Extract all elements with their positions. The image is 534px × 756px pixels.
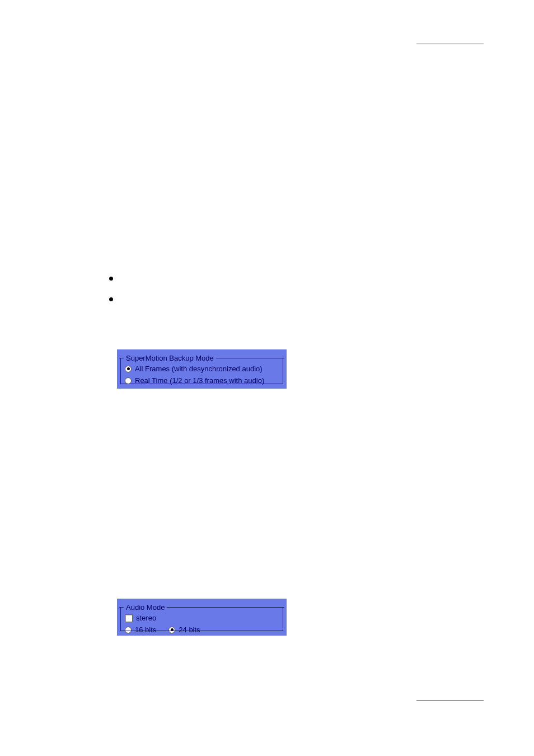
radio-icon[interactable]: [125, 377, 132, 384]
audio-bits24-option[interactable]: 24 bits: [168, 626, 200, 634]
radio-icon[interactable]: [125, 627, 132, 633]
radio-icon[interactable]: [168, 627, 175, 633]
bullet-icon: [109, 277, 113, 281]
radio-icon[interactable]: [125, 366, 132, 372]
audio-stereo-checkbox[interactable]: stereo: [125, 614, 281, 622]
document-page: SuperMotion Backup Mode All Frames (with…: [0, 0, 534, 756]
bullet-icon: [109, 297, 113, 301]
supermotion-legend: SuperMotion Backup Mode: [126, 354, 214, 362]
option-label: 24 bits: [179, 626, 200, 634]
audio-groupbox: Audio Mode stereo 16 bits: [117, 599, 287, 636]
checkbox-label: stereo: [136, 614, 156, 622]
option-label: All Frames (with desynchronized audio): [135, 365, 263, 373]
supermotion-groupbox: SuperMotion Backup Mode All Frames (with…: [117, 349, 287, 389]
header-underline: [416, 44, 484, 44]
audio-legend: Audio Mode: [126, 603, 165, 612]
option-label: 16 bits: [135, 626, 156, 634]
checkbox-icon[interactable]: [125, 614, 133, 622]
footer-underline: [416, 701, 484, 701]
audio-bits16-option[interactable]: 16 bits: [125, 626, 156, 634]
bullet-list: [109, 277, 113, 318]
supermotion-option-allframes[interactable]: All Frames (with desynchronized audio): [125, 365, 281, 373]
